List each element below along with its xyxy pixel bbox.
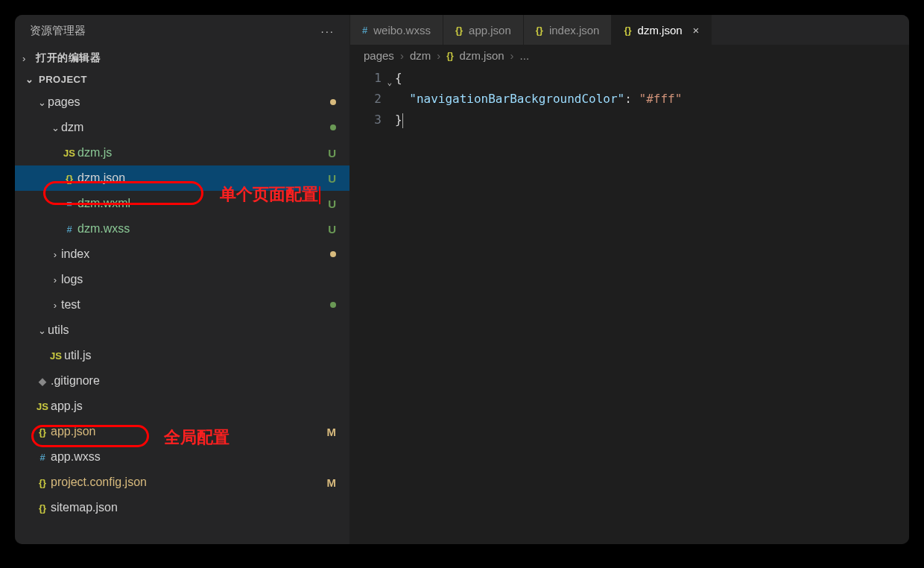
chevron-down-icon: ⌄ <box>36 97 48 108</box>
js-icon: JS <box>34 401 51 412</box>
git-dot-icon <box>330 251 336 257</box>
chevron-right-icon: › <box>49 274 61 285</box>
file-app-json[interactable]: {} app.json M <box>15 419 349 444</box>
git-dot-icon <box>330 124 336 130</box>
file-dzm-wxss[interactable]: # dzm.wxss U <box>15 216 349 242</box>
chevron-down-icon: ⌄ <box>49 122 61 133</box>
code-editor[interactable]: 1⌄ 2 3 { "navigationBarBackgroundColor":… <box>350 66 909 130</box>
close-icon[interactable]: × <box>693 24 700 37</box>
git-status: U <box>328 147 336 160</box>
file-project-config[interactable]: {} project.config.json M <box>15 470 349 495</box>
chevron-right-icon: › <box>49 300 61 311</box>
tab-label: index.json <box>549 24 600 37</box>
tab-app-json[interactable]: {} app.json <box>443 15 524 45</box>
file-name: dzm.js <box>77 146 112 160</box>
chevron-right-icon: › <box>400 49 404 62</box>
tab-label: weibo.wxss <box>373 24 431 37</box>
folder-dzm[interactable]: ⌄ dzm <box>15 115 349 140</box>
folder-utils[interactable]: ⌄ utils <box>15 318 349 343</box>
folder-logs[interactable]: › logs <box>15 267 349 292</box>
colon: : <box>624 92 632 106</box>
tab-label: app.json <box>469 24 511 37</box>
file-name: dzm.wxss <box>77 222 130 236</box>
file-name: app.js <box>51 400 83 413</box>
brace-close: } <box>395 113 402 127</box>
crumb[interactable]: ... <box>520 49 530 62</box>
wxss-icon: # <box>34 452 51 463</box>
explorer-header: 资源管理器 ··· <box>15 15 349 47</box>
git-status: M <box>327 426 337 438</box>
brace-open: { <box>395 71 402 85</box>
file-util-js[interactable]: JS util.js <box>15 343 349 368</box>
file-name: .gitignore <box>51 374 100 388</box>
file-app-js[interactable]: JS app.js <box>15 394 349 419</box>
explorer-title: 资源管理器 <box>30 24 86 38</box>
file-name: app.json <box>51 425 96 438</box>
git-status: U <box>328 223 336 236</box>
chevron-right-icon: › <box>437 49 440 62</box>
folder-index[interactable]: › index <box>15 242 349 267</box>
git-status: U <box>328 198 336 210</box>
chevron-right-icon: › <box>22 53 36 64</box>
tab-bar: # weibo.wxss {} app.json {} index.json {… <box>350 15 909 45</box>
json-icon: {} <box>624 25 631 36</box>
git-status: U <box>328 172 336 185</box>
breadcrumb[interactable]: pages › dzm › {} dzm.json › ... <box>350 45 909 66</box>
folder-pages[interactable]: ⌄ pages <box>15 89 349 115</box>
editor-area: # weibo.wxss {} app.json {} index.json {… <box>350 15 909 544</box>
folder-name: utils <box>48 324 69 337</box>
file-tree: ⌄ pages ⌄ dzm JS dzm.js U {} dzm.json <box>15 89 349 544</box>
wxss-icon: # <box>61 224 77 235</box>
file-dzm-json[interactable]: {} dzm.json U <box>15 165 349 191</box>
wxml-icon: ≡ <box>61 198 77 209</box>
file-name: dzm.wxml <box>77 197 130 210</box>
code-body[interactable]: { "navigationBarBackgroundColor": "#fff"… <box>395 68 682 130</box>
file-dzm-js[interactable]: JS dzm.js U <box>15 140 349 165</box>
folder-test[interactable]: › test <box>15 292 349 318</box>
json-icon: {} <box>34 502 51 514</box>
json-icon: {} <box>61 173 77 184</box>
crumb[interactable]: dzm <box>410 49 431 62</box>
more-icon[interactable]: ··· <box>320 25 335 37</box>
json-value: "#fff" <box>639 92 683 106</box>
json-icon: {} <box>34 477 51 488</box>
file-gitignore[interactable]: ◆ .gitignore <box>15 368 349 394</box>
chevron-down-icon: ⌄ <box>36 325 48 336</box>
folder-name: index <box>61 247 89 261</box>
json-icon: {} <box>536 25 543 36</box>
file-name: project.config.json <box>51 476 147 489</box>
tab-dzm-json[interactable]: {} dzm.json × <box>612 15 712 45</box>
folder-name: pages <box>48 95 80 109</box>
fold-icon[interactable]: ⌄ <box>387 72 392 93</box>
editor-window: 资源管理器 ··· › 打开的编辑器 ⌄ PROJECT ⌄ pages ⌄ d… <box>15 15 909 544</box>
crumb[interactable]: pages <box>364 49 394 62</box>
tab-weibo-wxss[interactable]: # weibo.wxss <box>350 15 443 45</box>
folder-name: dzm <box>61 121 83 134</box>
open-editors-label: 打开的编辑器 <box>36 51 101 65</box>
file-name: dzm.json <box>77 171 125 185</box>
tab-index-json[interactable]: {} index.json <box>524 15 613 45</box>
line-number: 1 <box>374 71 382 85</box>
folder-name: test <box>61 298 80 312</box>
text-cursor <box>402 113 403 128</box>
js-icon: JS <box>48 350 64 362</box>
file-dzm-wxml[interactable]: ≡ dzm.wxml U <box>15 191 349 216</box>
project-section-header[interactable]: ⌄ PROJECT <box>15 69 349 89</box>
js-icon: JS <box>61 148 77 159</box>
wxss-icon: # <box>362 25 367 36</box>
gutter: 1⌄ 2 3 <box>350 68 395 130</box>
json-icon: {} <box>446 51 453 61</box>
chevron-right-icon: › <box>49 249 61 260</box>
explorer-sidebar: 资源管理器 ··· › 打开的编辑器 ⌄ PROJECT ⌄ pages ⌄ d… <box>15 15 350 544</box>
json-icon: {} <box>455 25 463 36</box>
chevron-down-icon: ⌄ <box>25 74 39 85</box>
crumb[interactable]: dzm.json <box>460 49 504 62</box>
file-name: sitemap.json <box>51 501 118 514</box>
file-sitemap[interactable]: {} sitemap.json <box>15 495 349 520</box>
file-app-wxss[interactable]: # app.wxss <box>15 444 349 470</box>
file-name: app.wxss <box>51 450 101 464</box>
open-editors-section[interactable]: › 打开的编辑器 <box>15 47 349 69</box>
tab-label: dzm.json <box>638 24 683 37</box>
line-number: 2 <box>374 92 382 106</box>
json-key: "navigationBarBackgroundColor" <box>409 92 624 106</box>
